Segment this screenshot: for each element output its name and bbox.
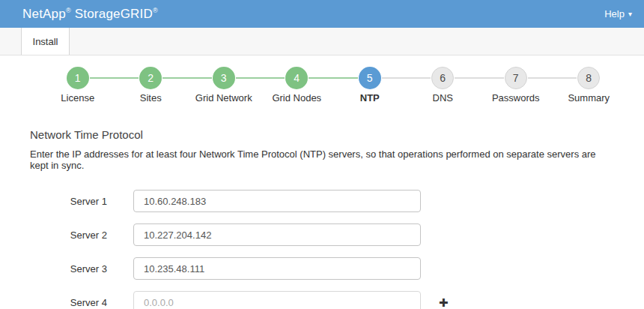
- server-1-label: Server 1: [0, 196, 107, 207]
- app-header: NetApp®StorageGRID® Help ▾: [0, 0, 644, 28]
- server-4-label: Server 4: [0, 297, 107, 308]
- step-8-label: Summary: [553, 92, 626, 104]
- server-1-input[interactable]: [133, 190, 421, 212]
- server-4-input[interactable]: [133, 291, 421, 309]
- page-description: Enter the IP addresses for at least four…: [30, 148, 614, 171]
- server-3-row: Server 3: [0, 257, 644, 280]
- caret-down-icon: ▾: [628, 10, 632, 18]
- step-6-circle: 6: [431, 67, 454, 89]
- step-6-dns: 6 DNS: [407, 67, 480, 104]
- step-3-label: Grid Network: [187, 92, 261, 104]
- tab-install[interactable]: Install: [21, 28, 70, 55]
- ntp-server-form: Server 1 Server 2 Server 3 Server 4 ✚: [0, 190, 644, 309]
- step-5-ntp: 5 NTP: [333, 67, 407, 104]
- product-name: StorageGRID: [75, 7, 153, 21]
- step-4-label: Grid Nodes: [261, 92, 334, 104]
- step-1-license: 1 License: [41, 67, 115, 104]
- brand-name: NetApp: [22, 7, 66, 21]
- help-label: Help: [604, 8, 625, 20]
- step-7-circle: 7: [505, 67, 527, 89]
- step-6-label: DNS: [407, 92, 480, 104]
- server-3-input[interactable]: [133, 257, 421, 280]
- step-8-summary: 8 Summary: [553, 67, 626, 104]
- step-1-label: License: [41, 92, 115, 104]
- plus-icon: ✚: [439, 296, 449, 309]
- step-5-label: NTP: [333, 92, 407, 104]
- step-7-label: Passwords: [479, 92, 553, 104]
- step-2-circle: 2: [139, 67, 162, 89]
- step-4-grid-nodes: 4 Grid Nodes: [261, 67, 334, 104]
- step-1-circle: 1: [67, 67, 89, 89]
- help-menu[interactable]: Help ▾: [604, 8, 632, 20]
- step-5-circle: 5: [359, 67, 381, 89]
- step-3-grid-network: 3 Grid Network: [187, 67, 261, 104]
- nav-spacer: [0, 28, 21, 55]
- server-3-label: Server 3: [0, 263, 107, 274]
- add-server-button[interactable]: ✚: [439, 297, 449, 308]
- server-1-row: Server 1: [0, 190, 644, 212]
- app-title: NetApp®StorageGRID®: [22, 7, 158, 22]
- registered-mark: ®: [153, 7, 158, 14]
- step-7-passwords: 7 Passwords: [479, 67, 553, 104]
- server-2-input[interactable]: [133, 224, 421, 246]
- nav-tab-bar: Install: [0, 28, 644, 56]
- page-title: Network Time Protocol: [30, 128, 644, 141]
- step-8-circle: 8: [577, 67, 600, 89]
- server-2-row: Server 2: [0, 224, 644, 246]
- registered-mark: ®: [66, 7, 71, 14]
- step-3-circle: 3: [213, 67, 235, 89]
- step-2-sites: 2 Sites: [115, 67, 188, 104]
- server-4-row: Server 4 ✚: [0, 291, 644, 309]
- step-2-label: Sites: [115, 92, 188, 104]
- install-progress-stepper: 1 License 2 Sites 3 Grid Network 4 Grid …: [41, 67, 625, 104]
- server-2-label: Server 2: [0, 230, 107, 241]
- tab-install-label: Install: [33, 36, 58, 47]
- step-4-circle: 4: [285, 67, 308, 89]
